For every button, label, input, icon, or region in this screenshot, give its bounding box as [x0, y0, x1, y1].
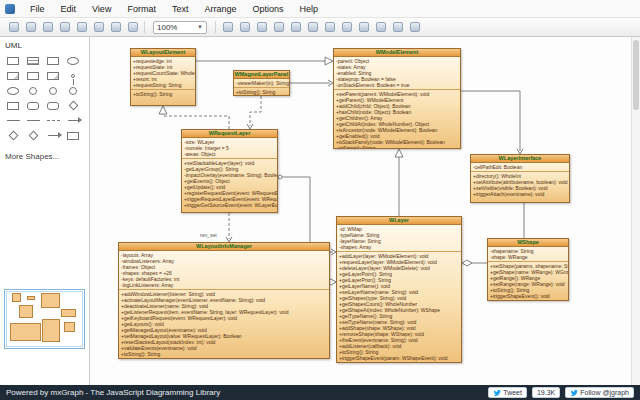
more-shapes-link[interactable]: More Shapes... — [0, 144, 89, 169]
toolbar-export[interactable] — [56, 20, 73, 35]
menu-View[interactable]: View — [84, 2, 119, 16]
lifeline-icon — [67, 132, 79, 140]
module-icon — [27, 72, 39, 80]
class-attributes: +requestedge: int+requestState: int+requ… — [131, 57, 195, 89]
palette-shape-decision[interactable] — [63, 98, 83, 113]
palette-shape-entity[interactable] — [63, 83, 83, 98]
palette-shape-aggregation[interactable] — [23, 128, 43, 143]
menu-Arrange[interactable]: Arrange — [196, 2, 244, 16]
uml-class-wlayoutelement[interactable]: WLayoutElement+requestedge: int+requestS… — [130, 48, 196, 106]
menu-items: FileEditViewFormatTextArrangeOptionsHelp — [22, 2, 326, 16]
uml-class-wshape[interactable]: WShape-shapename: String-shape: WRange+s… — [487, 238, 569, 301]
uml-class-wmodelelement[interactable]: WModelElement-parent: Object-states: Arr… — [333, 48, 461, 149]
uml-class-wlayerinterface[interactable]: WLayerInterface-cellPathEdit: Boolean+di… — [470, 154, 570, 203]
menu-File[interactable]: File — [22, 2, 53, 16]
class-methods: +setShape(params, shapename: String): vo… — [488, 261, 568, 300]
palette-shape-object[interactable] — [43, 53, 63, 68]
menu-Format[interactable]: Format — [119, 2, 164, 16]
palette-shape-actor[interactable] — [63, 68, 83, 83]
class-methods: +setStackableLayer(layer): void-getLayer… — [182, 158, 277, 209]
composition-icon — [8, 131, 18, 141]
class-member: +requestString: String — [131, 82, 195, 88]
menu-Edit[interactable]: Edit — [53, 2, 85, 16]
class-methods: +addWindowListener(listener: String): vo… — [119, 289, 329, 359]
toolbar-open[interactable] — [5, 20, 22, 35]
palette-shape-control[interactable] — [43, 83, 63, 98]
menu-Options[interactable]: Options — [244, 2, 291, 16]
toolbar-separator — [144, 21, 145, 33]
palette-shape-module[interactable] — [23, 68, 43, 83]
toolbar-zoom-in[interactable] — [287, 20, 304, 35]
class-title: WLayerInterface — [471, 155, 569, 163]
menu-Help[interactable]: Help — [291, 2, 326, 16]
palette-shape-lifeline[interactable] — [63, 128, 83, 143]
generalization-icon — [68, 120, 78, 121]
toolbar-save[interactable] — [22, 20, 39, 35]
uml-class-wrequestlayer[interactable]: WRequestLayer-size: WLayer-numele: Integ… — [181, 129, 278, 213]
diagram-canvas[interactable]: ren_set WLayoutElement+requestedge: int+… — [90, 37, 640, 385]
zoom-dropdown[interactable]: 100% ▼ — [153, 21, 207, 34]
palette-shape-fork[interactable] — [3, 113, 23, 128]
palette-shape-association[interactable] — [23, 113, 43, 128]
print-icon — [77, 22, 87, 32]
toolbar-underline[interactable] — [389, 20, 406, 35]
toolbar-cut[interactable] — [107, 20, 124, 35]
redo-icon — [274, 22, 284, 32]
boundary-icon — [29, 87, 37, 95]
tweet-button[interactable]: Tweet — [488, 387, 527, 398]
palette-shape-boundary[interactable] — [23, 83, 43, 98]
toolbar-zoom-out[interactable] — [304, 20, 321, 35]
toolbar-actual-size[interactable] — [321, 20, 338, 35]
palette-shape-component[interactable] — [3, 98, 23, 113]
outline-panel[interactable] — [4, 289, 85, 349]
palette-shape-dependency[interactable] — [43, 113, 63, 128]
palette-shape-message[interactable] — [43, 128, 63, 143]
fill-color-icon — [410, 22, 420, 32]
toolbar-redo[interactable] — [270, 20, 287, 35]
control-icon — [49, 87, 57, 95]
palette-shape-generalization[interactable] — [63, 113, 83, 128]
class-member: +triggerStateListeners(event: WLayoutEve… — [119, 357, 329, 359]
palette-shape-activity[interactable] — [43, 98, 63, 113]
toolbar-paste[interactable] — [219, 20, 236, 35]
palette-shape-class-with-sections[interactable] — [23, 53, 43, 68]
palette-shape-use-case[interactable] — [3, 83, 23, 98]
toolbar-italic[interactable] — [372, 20, 389, 35]
toolbar-delete[interactable] — [236, 20, 253, 35]
outline-node — [10, 323, 41, 341]
palette-shape-class[interactable] — [3, 53, 23, 68]
toolbar-preview[interactable] — [90, 20, 107, 35]
class-methods: +toString(): String — [234, 87, 289, 96]
entity-icon — [69, 87, 77, 95]
uml-class-wlayoutinfomanager[interactable]: WLayoutInfoManager-layouts: Array-window… — [118, 242, 330, 359]
scrollbar-thumb[interactable] — [633, 40, 639, 110]
uml-class-wmagnetlayerpanel[interactable]: WMagnetLayerPanel-viewerMaker(in): Strin… — [233, 70, 290, 96]
decision-icon — [68, 101, 78, 111]
class-attributes: -viewerMaker(in): String — [234, 79, 289, 87]
class-member: +triggerShapeEvent(): void — [488, 293, 568, 299]
menu-Text[interactable]: Text — [164, 2, 197, 16]
toolbar-fit-page[interactable] — [338, 20, 355, 35]
toolbar: 100% ▼ — [0, 18, 640, 37]
palette-shape-composition[interactable] — [3, 128, 23, 143]
toolbar-copy[interactable] — [124, 20, 141, 35]
toolbar-fill-color[interactable] — [406, 20, 423, 35]
toolbar-print[interactable] — [73, 20, 90, 35]
vertical-scrollbar[interactable] — [631, 37, 640, 385]
dependency-icon — [47, 120, 60, 121]
zoom-value: 100% — [157, 23, 177, 32]
palette-shape-note[interactable] — [43, 68, 63, 83]
palette-shape-interface[interactable] — [63, 53, 83, 68]
palette-shape-package[interactable] — [3, 68, 23, 83]
toolbar-import[interactable] — [39, 20, 56, 35]
outline-node — [61, 309, 76, 317]
object-icon — [47, 57, 59, 65]
follow-button[interactable]: Follow @jgraph — [565, 387, 634, 398]
palette-shape-state[interactable] — [23, 98, 43, 113]
uml-class-wlayer[interactable]: WLayer-id: WMap-typeName: String-layerNa… — [336, 216, 462, 363]
palette-section-title[interactable]: UML — [0, 37, 89, 52]
class-attributes: -layouts: Array-windowListeners: Array-f… — [119, 251, 329, 289]
toolbar-undo[interactable] — [253, 20, 270, 35]
outline-canvas — [5, 290, 84, 348]
toolbar-bold[interactable] — [355, 20, 372, 35]
